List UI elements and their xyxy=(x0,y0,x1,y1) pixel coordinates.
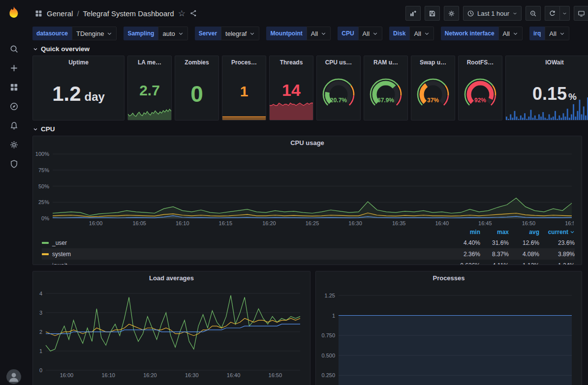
filter-sampling-value[interactable]: auto xyxy=(158,27,187,40)
legend-header-avg[interactable]: avg xyxy=(509,229,539,236)
panel-title[interactable]: Zombies xyxy=(175,56,218,66)
svg-text:0%: 0% xyxy=(41,215,49,221)
dashboard-settings-button[interactable] xyxy=(444,6,459,21)
save-dashboard-button[interactable] xyxy=(425,6,440,21)
user-avatar-icon[interactable] xyxy=(6,369,21,384)
panel-title[interactable]: Processes xyxy=(316,271,582,282)
zoom-out-button[interactable] xyxy=(526,6,541,21)
search-icon[interactable] xyxy=(0,39,28,59)
processes-sparkline xyxy=(222,105,266,120)
legend-row-user: _user 4.40% 31.6% 12.6% 23.6% xyxy=(42,237,575,248)
apps-grid-icon[interactable] xyxy=(34,9,43,18)
uptime-value: 1.2day xyxy=(52,84,105,104)
chevron-down-icon xyxy=(32,126,38,132)
server-admin-shield-icon[interactable] xyxy=(0,154,28,174)
filter-server: Server telegraf xyxy=(195,27,260,40)
filter-network-interface-value[interactable]: All xyxy=(498,27,523,40)
filter-cpu-value[interactable]: All xyxy=(358,27,382,40)
tv-mode-button[interactable] xyxy=(574,6,588,21)
filter-disk-value[interactable]: All xyxy=(409,27,433,40)
zombies-value: 0 xyxy=(190,83,203,105)
processes-stat-panel: Proces… 1 xyxy=(222,56,266,120)
section-cpu[interactable]: CPU xyxy=(32,125,582,133)
panel-title[interactable]: IOWait xyxy=(506,56,588,66)
threads-panel: Threads 14 xyxy=(269,56,313,120)
filter-label: irq xyxy=(529,27,545,40)
filter-irq: irq All xyxy=(529,27,569,40)
legend-row-system: system 2.36% 8.37% 4.08% 3.89% xyxy=(42,248,575,260)
create-plus-icon[interactable] xyxy=(0,59,28,78)
alerting-bell-icon[interactable] xyxy=(0,116,28,135)
time-range-picker[interactable]: Last 1 hour xyxy=(463,6,522,21)
configuration-gear-icon[interactable] xyxy=(0,135,28,154)
quick-overview-row: Uptime 1.2day LA me… 2.7 Zombies 0 Proce… xyxy=(32,56,588,120)
bottom-panels-row: Load averages 0123416:0016:1016:2016:301… xyxy=(32,271,582,385)
load-averages-chart[interactable]: 0123416:0016:1016:2016:3016:4016:50 xyxy=(33,282,310,379)
svg-text:0.500: 0.500 xyxy=(321,353,335,358)
cpu-usage-gauge: 20.7% xyxy=(319,75,358,114)
refresh-button[interactable] xyxy=(545,6,559,21)
filter-server-value[interactable]: telegraf xyxy=(221,27,259,40)
legend-series-user[interactable]: _user xyxy=(42,239,452,246)
legend-header-max[interactable]: max xyxy=(480,229,509,236)
share-icon[interactable] xyxy=(189,9,197,17)
filter-mountpoint-value[interactable]: All xyxy=(307,27,331,40)
iowait-value: 0.15% xyxy=(532,85,577,103)
svg-text:4: 4 xyxy=(39,291,42,296)
section-title: CPU xyxy=(41,125,55,133)
la-value: 2.7 xyxy=(139,83,160,98)
ram-usage-gauge: 67.9% xyxy=(366,75,405,114)
toolbar: Last 1 hour xyxy=(405,6,582,21)
svg-text:37%: 37% xyxy=(427,97,439,104)
legend-header-min[interactable]: min xyxy=(452,229,480,236)
svg-text:16:35: 16:35 xyxy=(392,220,406,226)
panel-title[interactable]: Swap u… xyxy=(411,56,455,66)
chevron-down-icon xyxy=(559,31,565,36)
panel-title[interactable]: RootFS… xyxy=(459,56,502,66)
cpu-usage-chart[interactable]: 0%25%50%75%100%16:0016:0516:1016:1516:20… xyxy=(33,147,582,227)
svg-text:1.25: 1.25 xyxy=(325,293,335,298)
filter-label: CPU xyxy=(338,27,358,40)
breadcrumb-title[interactable]: Telegraf System Dashboard xyxy=(83,9,174,18)
filter-network-interface: Network interface All xyxy=(441,27,523,40)
legend-header-current[interactable]: current xyxy=(539,229,575,236)
ram-usage-gauge-panel: RAM u… 67.9% xyxy=(364,56,408,120)
filter-datasource-value[interactable]: TDengine xyxy=(72,27,117,40)
filter-irq-value[interactable]: All xyxy=(545,27,569,40)
panel-title[interactable]: CPU usage xyxy=(33,136,582,147)
legend-series-system[interactable]: system xyxy=(42,251,452,258)
filter-sampling: Sampling auto xyxy=(124,27,187,40)
panel-title[interactable]: Proces… xyxy=(222,56,266,66)
svg-text:1: 1 xyxy=(39,348,42,354)
svg-text:16:20: 16:20 xyxy=(262,220,276,226)
svg-text:16:50: 16:50 xyxy=(269,372,282,378)
filter-label: Mountpoint xyxy=(266,27,306,40)
refresh-interval-dropdown[interactable] xyxy=(559,6,570,21)
svg-text:16:40: 16:40 xyxy=(435,220,449,226)
panel-title[interactable]: Load averages xyxy=(33,271,310,282)
section-title: Quick overview xyxy=(41,45,90,53)
panel-title[interactable]: Threads xyxy=(270,56,313,66)
star-icon[interactable]: ☆ xyxy=(178,8,186,19)
section-quick-overview[interactable]: Quick overview xyxy=(32,45,582,53)
sidebar xyxy=(0,0,28,385)
svg-text:75%: 75% xyxy=(38,167,49,173)
panel-title[interactable]: LA me… xyxy=(128,56,171,66)
legend-header: min max avg current xyxy=(42,227,575,237)
panel-title[interactable]: Uptime xyxy=(33,56,124,66)
panel-title[interactable]: CPU us… xyxy=(317,56,360,66)
legend-series-iowait[interactable]: iowait xyxy=(42,262,452,266)
breadcrumb-section[interactable]: General xyxy=(47,9,73,18)
panel-title[interactable]: RAM u… xyxy=(364,56,407,66)
filter-label: Network interface xyxy=(441,27,498,40)
explore-compass-icon[interactable] xyxy=(0,97,28,116)
filter-label: Sampling xyxy=(124,27,158,40)
filter-disk: Disk All xyxy=(389,27,434,40)
svg-text:16:05: 16:05 xyxy=(132,220,146,226)
filter-cpu: CPU All xyxy=(338,27,382,40)
processes-chart[interactable]: 0.2500.5000.75011.25 xyxy=(316,282,582,385)
svg-text:16:00: 16:00 xyxy=(89,220,103,226)
add-panel-button[interactable] xyxy=(405,6,421,21)
dashboards-icon[interactable] xyxy=(0,78,28,97)
grafana-logo-icon[interactable] xyxy=(0,0,28,26)
